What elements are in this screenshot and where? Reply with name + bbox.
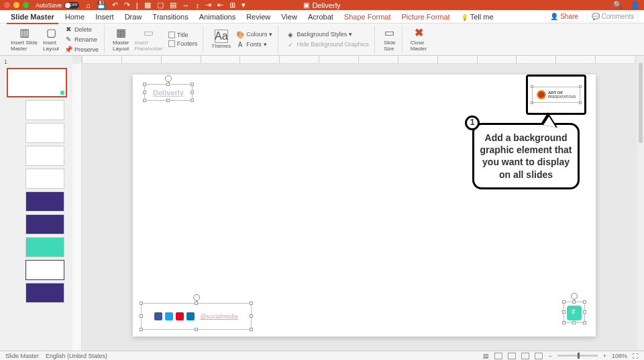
layout-thumbnail[interactable]	[25, 100, 64, 120]
close-master-button[interactable]: ✖ Close Master	[409, 25, 428, 54]
qat-icon[interactable]: ⇥	[205, 1, 211, 9]
workspace: 1 Deliverly	[0, 56, 644, 351]
qat-icon[interactable]: ↕	[196, 1, 200, 9]
maximize-window-icon[interactable]	[23, 2, 29, 8]
layout-thumbnail[interactable]	[25, 237, 64, 257]
layout-icon: ▢	[44, 26, 58, 40]
qat-icon[interactable]: ▦	[144, 1, 151, 9]
tab-shape-format[interactable]: Shape Format	[339, 11, 396, 23]
layout-thumbnail[interactable]	[25, 283, 64, 303]
delete-button[interactable]: ✖Delete	[63, 25, 100, 34]
zoom-slider[interactable]	[557, 355, 598, 357]
hide-bg-checkbox[interactable]: ✓Hide Background Graphics	[285, 40, 370, 49]
comments-button[interactable]: 💬 Comments	[587, 11, 639, 22]
autosave-switch-icon[interactable]	[64, 2, 79, 9]
qat-more-icon[interactable]: ▾	[241, 1, 246, 9]
hashtag-icon-placeholder[interactable]	[564, 302, 585, 323]
tab-home[interactable]: Home	[60, 11, 90, 23]
placeholder-icon: ▭	[142, 26, 156, 40]
close-window-icon[interactable]	[4, 2, 10, 8]
tab-slide-master[interactable]: Slide Master	[5, 11, 60, 23]
qat-icon[interactable]: ▢	[157, 1, 164, 9]
preserve-button[interactable]: 📌Preserve	[63, 45, 100, 54]
master-thumbnail[interactable]	[7, 68, 67, 97]
brand-text-placeholder[interactable]: Deliverly	[144, 84, 193, 101]
home-icon[interactable]: ⌂	[86, 1, 91, 9]
layout-thumbnail[interactable]	[25, 191, 64, 212]
title-checkbox[interactable]: Title	[167, 31, 199, 39]
autosave-toggle[interactable]: AutoSave	[36, 2, 79, 9]
minimize-window-icon[interactable]	[13, 2, 19, 8]
master-layout-icon: ▦	[114, 26, 127, 40]
reading-view-button[interactable]	[521, 353, 529, 359]
layout-thumbnail[interactable]	[25, 169, 64, 189]
slide-master-canvas[interactable]: Deliverly ART OFPRESENTATIONS 1 Add a b	[133, 75, 596, 336]
vertical-scrollbar[interactable]	[637, 56, 644, 351]
vertical-ruler	[72, 64, 82, 351]
tab-acrobat[interactable]: Acrobat	[303, 11, 339, 23]
colours-icon: 🎨	[236, 30, 244, 38]
logo-image-selected[interactable]: ART OFPRESENTATIONS	[532, 87, 581, 103]
layout-thumbnail[interactable]	[25, 214, 64, 234]
notes-button[interactable]: ▤	[483, 353, 489, 359]
search-icon[interactable]: 🔍	[613, 1, 623, 9]
quick-access-toolbar: ⌂ 💾 ↶ ↷ | ▦ ▢ ▤ ↔ ↕ ⇥ ⇤ ⊞ ▾	[86, 1, 246, 9]
save-icon[interactable]: 💾	[97, 1, 106, 9]
layout-thumbnail[interactable]	[25, 260, 64, 280]
document-title: ▣ Deliverly	[303, 1, 340, 9]
redo-icon[interactable]: ↷	[124, 1, 130, 9]
footers-checkbox[interactable]: Footers	[167, 40, 199, 48]
zoom-out-button[interactable]: −	[548, 353, 551, 359]
logo-text: ART OFPRESENTATIONS	[548, 91, 576, 99]
bg-styles-icon: ◈	[286, 30, 294, 38]
tab-picture-format[interactable]: Picture Format	[396, 11, 455, 23]
slide-canvas-area[interactable]: Deliverly ART OFPRESENTATIONS 1 Add a b	[72, 56, 644, 351]
undo-icon[interactable]: ↶	[112, 1, 118, 9]
layout-thumbnail[interactable]	[25, 123, 64, 143]
tab-animations[interactable]: Animations	[194, 11, 241, 23]
fit-window-button[interactable]: ⛶	[633, 353, 639, 359]
rotation-handle-icon[interactable]	[571, 293, 578, 300]
zoom-level[interactable]: 108%	[612, 353, 627, 359]
document-name: Deliverly	[312, 1, 340, 9]
background-styles-dropdown[interactable]: ◈Background Styles ▾	[285, 30, 370, 39]
slideshow-view-button[interactable]	[535, 353, 543, 359]
tab-insert[interactable]: Insert	[90, 11, 119, 23]
insert-slide-master-button[interactable]: ▥ Insert Slide Master	[9, 25, 39, 54]
slide-size-button[interactable]: ▭ Slide Size	[382, 25, 398, 54]
insert-layout-button[interactable]: ▢ Insert Layout	[42, 25, 60, 54]
qat-icon[interactable]: ↔	[182, 1, 190, 9]
rotation-handle-icon[interactable]	[193, 294, 200, 301]
autosave-label: AutoSave	[36, 2, 62, 9]
layout-thumbnail[interactable]	[25, 146, 64, 166]
account-icon[interactable]: 👤	[631, 1, 640, 9]
themes-icon: Aa	[215, 30, 228, 43]
fonts-dropdown[interactable]: AFonts ▾	[235, 40, 274, 49]
sorter-view-button[interactable]	[508, 353, 516, 359]
themes-button[interactable]: Aa Themes	[210, 28, 232, 51]
qat-icon[interactable]: ⇤	[217, 1, 223, 9]
qat-icon[interactable]: ▤	[170, 1, 176, 9]
horizontal-ruler	[82, 56, 635, 64]
qat-icon[interactable]: ⊞	[229, 1, 235, 9]
tell-me-search[interactable]: Tell me	[455, 11, 499, 23]
status-bar: Slide Master English (United States) ▤ −…	[0, 351, 644, 360]
insert-placeholder-button[interactable]: ▭ Insert Placeholder	[133, 25, 164, 54]
annotation-callout: 1 Add a background graphic element that …	[472, 123, 580, 189]
normal-view-button[interactable]	[494, 353, 502, 359]
rotation-handle-icon[interactable]	[165, 75, 172, 82]
annotation-text: Add a background graphic element that yo…	[480, 132, 572, 180]
titlebar: AutoSave ⌂ 💾 ↶ ↷ | ▦ ▢ ▤ ↔ ↕ ⇥ ⇤ ⊞ ▾ ▣ D…	[0, 0, 644, 10]
tab-draw[interactable]: Draw	[119, 11, 148, 23]
social-media-placeholder[interactable]: @socialmedia	[141, 303, 252, 330]
master-layout-button[interactable]: ▦ Master Layout	[111, 25, 130, 54]
colours-dropdown[interactable]: 🎨Colours ▾	[235, 30, 274, 39]
share-button[interactable]: 👤 Share	[545, 11, 582, 22]
tab-transitions[interactable]: Transitions	[147, 11, 193, 23]
rename-button[interactable]: ✎Rename	[63, 35, 100, 44]
status-language[interactable]: English (United States)	[46, 353, 107, 359]
zoom-in-button[interactable]: +	[603, 353, 606, 359]
tab-view[interactable]: View	[276, 11, 303, 23]
tab-review[interactable]: Review	[241, 11, 276, 23]
slide-thumbnail-panel[interactable]: 1	[0, 56, 72, 351]
